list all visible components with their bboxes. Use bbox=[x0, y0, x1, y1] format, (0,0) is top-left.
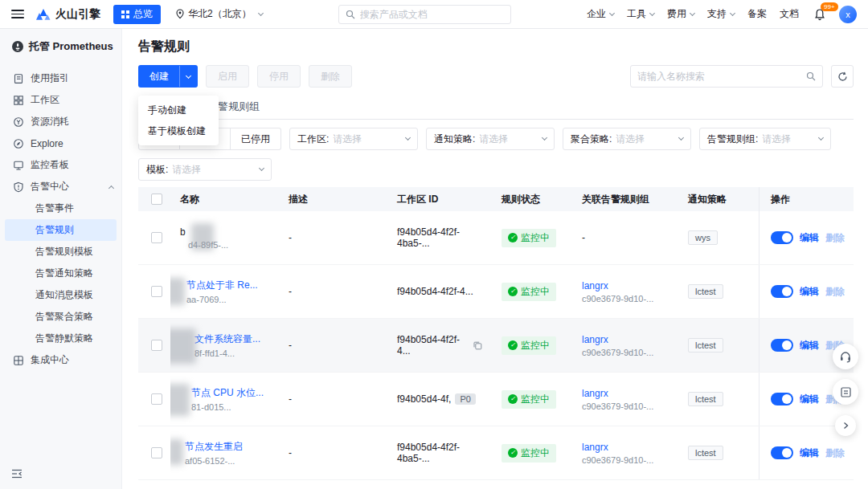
row-checkbox[interactable] bbox=[151, 447, 162, 458]
select-all-checkbox[interactable] bbox=[151, 194, 162, 205]
toolbar: 创建 启用 停用 删除 手动创建 基于模板创建 bbox=[138, 65, 854, 88]
menu-icon[interactable] bbox=[11, 10, 24, 18]
support-button[interactable] bbox=[833, 344, 858, 369]
refresh-button[interactable] bbox=[831, 65, 854, 88]
sidebar-item-alert-rule-templates[interactable]: 告警规则模板 bbox=[5, 241, 117, 263]
rule-group-link[interactable]: langrx bbox=[582, 442, 608, 453]
rule-name-link[interactable]: 节点发生重启 bbox=[185, 441, 243, 452]
status-badge: ✓监控中 bbox=[502, 336, 556, 355]
table-search[interactable] bbox=[630, 65, 823, 88]
row-checkbox[interactable] bbox=[151, 393, 162, 405]
sidebar-item-alert-events[interactable]: 告警事件 bbox=[5, 198, 117, 219]
delete-button[interactable]: 删除 bbox=[309, 65, 352, 88]
sidebar-item-workspace[interactable]: 工作区 bbox=[0, 89, 121, 111]
rule-group-link[interactable]: langrx bbox=[582, 334, 608, 345]
edit-link[interactable]: 编辑 bbox=[800, 231, 819, 245]
row-checkbox[interactable] bbox=[151, 232, 162, 243]
aggregation-policy-select[interactable]: 聚合策略: 请选择 bbox=[563, 128, 691, 150]
feedback-button[interactable] bbox=[833, 379, 858, 405]
sidebar-item-integration-center[interactable]: 集成中心 bbox=[0, 349, 121, 371]
global-search-input[interactable] bbox=[360, 9, 504, 20]
create-dropdown-menu: 手动创建 基于模板创建 bbox=[138, 96, 219, 145]
rule-enabled-toggle[interactable] bbox=[771, 446, 793, 459]
rule-group-select[interactable]: 告警规则组: 请选择 bbox=[699, 128, 831, 150]
rule-enabled-toggle[interactable] bbox=[771, 339, 793, 352]
headset-icon bbox=[839, 350, 852, 363]
brand-logo[interactable]: 火山引擎 bbox=[35, 7, 100, 22]
edit-link[interactable]: 编辑 bbox=[800, 393, 819, 406]
rule-group-id: c90e3679-9d10-... bbox=[582, 294, 653, 304]
rule-group-link[interactable]: langrx bbox=[582, 280, 608, 291]
sidebar-item-resource-usage[interactable]: 资源消耗 bbox=[0, 111, 121, 132]
delete-link[interactable]: 删除 bbox=[825, 285, 845, 299]
table-search-input[interactable] bbox=[637, 71, 806, 82]
rule-enabled-toggle[interactable] bbox=[771, 393, 793, 405]
segment-stopped[interactable]: 已停用 bbox=[231, 128, 281, 150]
chevron-down-icon bbox=[259, 165, 264, 171]
sidebar-item-notify-policies[interactable]: 告警通知策略 bbox=[5, 263, 117, 284]
policy-tag: lctest bbox=[688, 284, 723, 299]
chevron-down-icon bbox=[186, 72, 191, 78]
nav-billing[interactable]: 费用 bbox=[667, 7, 694, 21]
search-icon[interactable] bbox=[806, 71, 816, 81]
guide-icon bbox=[13, 73, 24, 84]
sidebar-item-notify-templates[interactable]: 通知消息模板 bbox=[5, 284, 117, 306]
severity-chip: P0 bbox=[455, 393, 475, 405]
rule-enabled-toggle[interactable] bbox=[771, 231, 793, 244]
table-row: 文件系统容量... 8f-ffd1-4... - f94b05d4-4f2f-4… bbox=[138, 319, 854, 373]
col-rule-group: 关联告警规则组 bbox=[572, 187, 678, 211]
collapse-sidebar-button[interactable] bbox=[11, 469, 23, 481]
status-badge: ✓监控中 bbox=[502, 390, 556, 409]
delete-link[interactable]: 删除 bbox=[825, 446, 845, 460]
sidebar-item-alert-center[interactable]: 告警中心 bbox=[0, 176, 121, 198]
workspace-select[interactable]: 工作区: 请选择 bbox=[289, 128, 418, 150]
create-dropdown-arrow[interactable] bbox=[179, 66, 197, 87]
nav-icp[interactable]: 备案 bbox=[747, 7, 767, 21]
edit-link[interactable]: 编辑 bbox=[800, 285, 819, 299]
notification-bell[interactable]: 99+ bbox=[813, 8, 826, 21]
menu-item-template-create[interactable]: 基于模板创建 bbox=[138, 120, 219, 141]
rule-enabled-toggle[interactable] bbox=[771, 285, 793, 298]
sidebar-item-explore[interactable]: Explore bbox=[0, 132, 121, 154]
nav-tools[interactable]: 工具 bbox=[627, 7, 654, 21]
nav-support[interactable]: 支持 bbox=[707, 7, 735, 21]
sidebar-item-silence-policies[interactable]: 告警静默策略 bbox=[5, 328, 117, 349]
workspace-id: f94b05d4-4f2f-4ba5-... bbox=[397, 442, 482, 464]
template-select[interactable]: 模板: 请选择 bbox=[138, 158, 272, 181]
enable-button[interactable]: 启用 bbox=[206, 65, 249, 88]
brand-name: 火山引擎 bbox=[55, 7, 100, 22]
sidebar-item-dashboards[interactable]: 监控看板 bbox=[0, 154, 121, 176]
sidebar-item-guide[interactable]: 使用指引 bbox=[0, 67, 121, 89]
row-checkbox[interactable] bbox=[151, 286, 162, 297]
nav-docs[interactable]: 文档 bbox=[780, 7, 799, 21]
menu-item-manual-create[interactable]: 手动创建 bbox=[138, 100, 219, 120]
sidebar-item-alert-rules[interactable]: 告警规则 bbox=[5, 219, 117, 241]
disable-button[interactable]: 停用 bbox=[257, 65, 301, 88]
row-checkbox[interactable] bbox=[151, 340, 162, 351]
rule-group-link[interactable]: langrx bbox=[582, 388, 608, 399]
col-actions: 操作 bbox=[759, 187, 854, 211]
notify-policy-select[interactable]: 通知策略: 请选择 bbox=[426, 128, 555, 150]
global-search[interactable] bbox=[338, 5, 511, 24]
sidebar-item-aggregation-policies[interactable]: 告警聚合策略 bbox=[5, 306, 117, 328]
check-icon: ✓ bbox=[508, 340, 518, 350]
rule-name-link[interactable]: 文件系统容量... bbox=[194, 333, 260, 344]
avatar[interactable]: x bbox=[839, 6, 857, 23]
alert-rules-table: 名称 描述 工作区 ID 规则状态 关联告警规则组 通知策略 操作 b d4-8… bbox=[138, 187, 854, 480]
workspace-id: f94b05d4-4f2f-4... bbox=[397, 286, 473, 297]
col-description: 描述 bbox=[279, 187, 387, 211]
alert-center-icon bbox=[13, 181, 24, 193]
overview-button[interactable]: 总览 bbox=[113, 5, 161, 24]
rule-name-link[interactable]: 节点 CPU 水位... bbox=[191, 387, 264, 398]
delete-link[interactable]: 删除 bbox=[825, 231, 845, 245]
table-row: 节点发生重启 af05-6152-... - f94b05d4-4f2f-4ba… bbox=[138, 426, 854, 480]
collapse-panel-button[interactable] bbox=[835, 415, 856, 436]
filter-row-2: 模板: 请选择 bbox=[138, 158, 868, 181]
copy-icon[interactable] bbox=[473, 340, 482, 350]
rule-name-link[interactable]: 节点处于非 Re... bbox=[186, 279, 258, 291]
create-button[interactable]: 创建 bbox=[138, 65, 198, 88]
edit-link[interactable]: 编辑 bbox=[800, 446, 819, 460]
region-selector[interactable]: 华北2（北京） bbox=[175, 7, 263, 21]
edit-link[interactable]: 编辑 bbox=[800, 339, 819, 352]
nav-enterprise[interactable]: 企业 bbox=[587, 7, 614, 21]
